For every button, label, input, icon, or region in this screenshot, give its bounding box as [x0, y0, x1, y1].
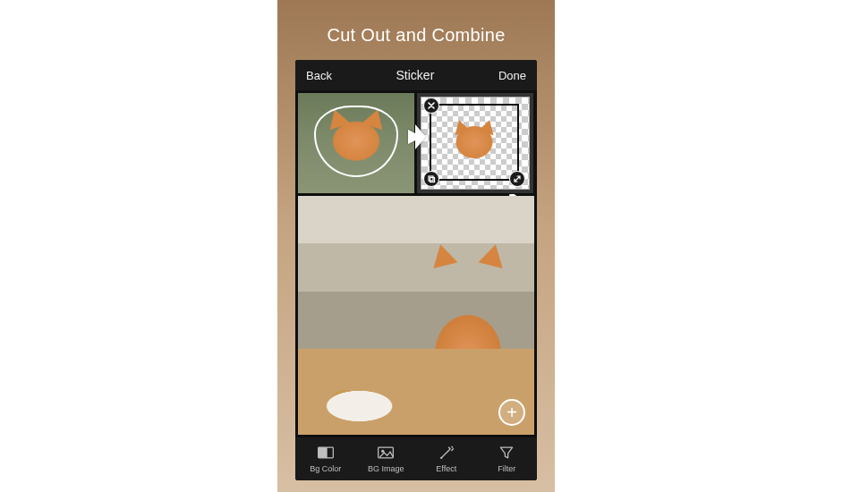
close-icon[interactable] — [423, 98, 439, 114]
promo-frame: Cut Out and Combine Back Sticker Done — [277, 0, 555, 492]
effect-icon — [438, 445, 455, 462]
tab-bg-color[interactable]: Bg Color — [299, 445, 353, 473]
bg-image-icon — [377, 445, 395, 462]
resize-icon[interactable] — [509, 171, 525, 187]
tab-label: BG Image — [368, 464, 404, 473]
composite-preview[interactable]: + — [298, 196, 534, 435]
sticker-crop-box[interactable] — [430, 104, 519, 181]
source-row — [298, 93, 534, 193]
add-sticker-button[interactable]: + — [498, 399, 525, 426]
phone-screen: Back Sticker Done — [295, 60, 537, 480]
source-photo-original[interactable] — [298, 93, 414, 193]
tab-effect[interactable]: Effect — [420, 445, 473, 473]
done-button[interactable]: Done — [498, 69, 526, 82]
tab-label: Bg Color — [310, 464, 341, 473]
svg-point-5 — [381, 450, 384, 453]
promo-title: Cut Out and Combine — [327, 25, 505, 46]
tab-bg-image[interactable]: BG Image — [359, 445, 413, 473]
cutout-preview[interactable] — [417, 93, 533, 193]
tab-filter[interactable]: Filter — [480, 445, 533, 473]
composite-image — [298, 196, 534, 435]
tab-label: Effect — [436, 464, 456, 473]
bottom-toolbar: Bg Color BG Image Effect Filter — [295, 437, 537, 480]
plus-icon: + — [506, 403, 517, 422]
copy-icon[interactable] — [423, 171, 439, 187]
svg-rect-3 — [318, 447, 327, 458]
cat-photo — [298, 93, 414, 193]
bg-color-icon — [317, 445, 335, 462]
editor-canvas: + — [295, 90, 537, 437]
screen-title: Sticker — [396, 68, 435, 82]
back-button[interactable]: Back — [306, 69, 332, 82]
svg-point-6 — [440, 457, 442, 459]
svg-rect-1 — [430, 178, 435, 182]
tab-label: Filter — [498, 464, 515, 473]
svg-rect-0 — [429, 176, 433, 181]
editor-topbar: Back Sticker Done — [295, 60, 537, 90]
filter-icon — [498, 445, 515, 462]
